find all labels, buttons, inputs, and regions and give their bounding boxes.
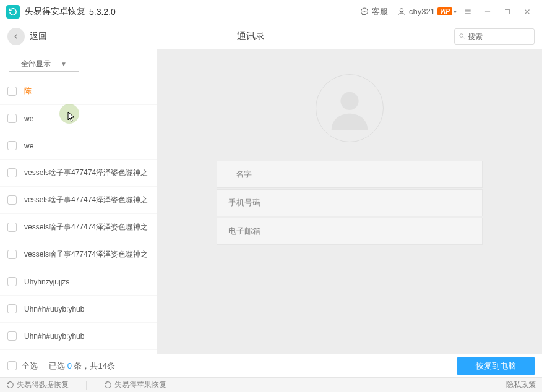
detail-phone-row: 手机号码: [217, 189, 483, 216]
contact-row[interactable]: Uhyhnzyjujjzs: [0, 268, 157, 296]
subheader: 返回 通讯录: [0, 23, 542, 49]
contact-name: Uhn#h#uuyb;yhub: [24, 305, 84, 313]
footer-link-data-recovery[interactable]: 失易得数据恢复: [6, 380, 69, 390]
contact-row[interactable]: vessels啥子事477474泽泽姿色噬神之: [0, 160, 157, 187]
search-icon: [458, 32, 465, 40]
back-button[interactable]: 返回: [7, 28, 47, 45]
detail-email-label: 电子邮箱: [228, 226, 260, 237]
contact-row[interactable]: vessels啥子事477474泽泽姿色噬神之: [0, 187, 157, 214]
app-version: 5.3.2.0: [89, 7, 116, 17]
detail-panel: 名字 手机号码 电子邮箱: [157, 49, 542, 354]
selection-bar: 全选 已选 0 条，共14条 恢复到电脑: [0, 354, 542, 377]
contact-name: vessels啥子事477474泽泽姿色噬神之: [24, 168, 148, 178]
maximize-button[interactable]: [499, 3, 516, 20]
detail-email-row: 电子邮箱: [217, 218, 483, 245]
app-name: 失易得安卓恢复: [25, 6, 85, 17]
detail-name-label: 名字: [236, 169, 252, 180]
app-logo: [6, 5, 20, 19]
contact-row[interactable]: we: [0, 132, 157, 160]
contact-list-panel: 全部显示 ▼ 陈wewevessels啥子事477474泽泽姿色噬神之vesse…: [0, 49, 157, 354]
support-button[interactable]: 客服: [359, 6, 388, 17]
contact-name: 陈: [24, 86, 32, 96]
privacy-link[interactable]: 隐私政策: [506, 380, 536, 390]
chevron-down-icon: ▼: [61, 61, 67, 67]
contact-name: vessels啥子事477474泽泽姿色噬神之: [24, 249, 148, 260]
contact-name: vessels啥子事477474泽泽姿色噬神之: [24, 195, 148, 205]
contact-name: we: [24, 142, 33, 150]
chevron-down-icon: ▾: [454, 8, 457, 15]
filter-dropdown[interactable]: 全部显示 ▼: [9, 56, 79, 72]
user-menu[interactable]: chy321 VIP ▾: [397, 7, 457, 17]
svg-point-4: [400, 8, 403, 11]
contact-name: Uhn#h#uuyb;yhub: [24, 332, 84, 341]
back-label: 返回: [30, 31, 47, 42]
page-title: 通讯录: [47, 30, 454, 42]
contact-checkbox[interactable]: [7, 114, 17, 123]
svg-point-3: [366, 11, 366, 11]
contact-checkbox[interactable]: [7, 195, 17, 205]
minimize-button[interactable]: [479, 3, 496, 20]
footer: 失易得数据恢复 失易得苹果恢复 隐私政策: [0, 377, 542, 392]
close-button[interactable]: [518, 3, 536, 20]
vip-badge: VIP: [437, 7, 452, 15]
svg-point-7: [340, 92, 358, 110]
svg-rect-5: [505, 9, 510, 14]
back-arrow-icon: [7, 28, 25, 45]
support-label: 客服: [372, 6, 388, 17]
contact-checkbox[interactable]: [7, 168, 17, 177]
contact-row[interactable]: 陈: [0, 78, 157, 105]
contact-checkbox[interactable]: [7, 223, 17, 232]
contact-list[interactable]: 陈wewevessels啥子事477474泽泽姿色噬神之vessels啥子事47…: [0, 78, 157, 354]
contact-checkbox[interactable]: [7, 250, 17, 259]
contact-checkbox[interactable]: [7, 141, 17, 150]
contact-checkbox[interactable]: [7, 277, 17, 286]
detail-name-row: 名字: [217, 161, 483, 188]
username: chy321: [409, 7, 435, 16]
search-box[interactable]: [454, 28, 535, 45]
restore-button[interactable]: 恢复到电脑: [457, 357, 535, 375]
filter-selected: 全部显示: [21, 59, 51, 69]
search-input[interactable]: [468, 32, 530, 41]
contact-name: Uhyhnzyjujjzs: [24, 278, 69, 286]
contact-row[interactable]: vessels啥子事477474泽泽姿色噬神之: [0, 241, 157, 268]
contact-name: vessels啥子事477474泽泽姿色噬神之: [24, 222, 148, 232]
select-all-checkbox[interactable]: [7, 361, 17, 370]
titlebar: 失易得安卓恢复 5.3.2.0 客服 chy321 VIP ▾: [0, 0, 542, 23]
divider: [86, 381, 87, 390]
contact-checkbox[interactable]: [7, 87, 17, 96]
contact-row[interactable]: Uhn#h#uuyb;yhub: [0, 296, 157, 323]
menu-button[interactable]: [459, 3, 476, 20]
svg-point-6: [460, 34, 463, 38]
avatar-placeholder: [316, 74, 384, 142]
footer-link-ios-recovery[interactable]: 失易得苹果恢复: [104, 380, 166, 390]
detail-phone-label: 手机号码: [228, 197, 260, 208]
contact-row[interactable]: Uhn#h#uuyb;yhub: [0, 323, 157, 350]
contact-checkbox[interactable]: [7, 331, 17, 341]
svg-point-2: [364, 11, 365, 11]
contact-row[interactable]: we: [0, 105, 157, 132]
contact-checkbox[interactable]: [7, 304, 17, 313]
select-all-label[interactable]: 全选: [22, 360, 38, 372]
contact-name: we: [24, 114, 33, 123]
svg-point-1: [363, 11, 363, 11]
selection-counts: 已选 0 条，共14条: [49, 360, 115, 372]
contact-row[interactable]: vessels啥子事477474泽泽姿色噬神之: [0, 214, 157, 241]
